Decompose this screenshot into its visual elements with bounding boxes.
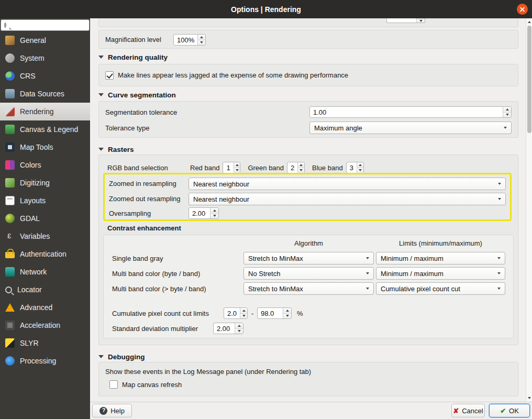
section-curve-segmentation[interactable]: Curve segmentation bbox=[98, 91, 176, 99]
scrollbar-thumb[interactable] bbox=[527, 26, 531, 133]
multi-band-byte-label: Multi band color (byte / band) bbox=[112, 270, 200, 278]
green-band-spinbox[interactable]: 2 bbox=[287, 162, 305, 173]
spin-up-icon[interactable] bbox=[357, 162, 363, 168]
multi-band-byte-algorithm-dropdown[interactable]: No Stretch bbox=[243, 267, 374, 280]
sidebar-item-authentication[interactable]: Authentication bbox=[0, 245, 90, 263]
map-canvas-refresh-checkbox[interactable] bbox=[109, 380, 118, 389]
tolerance-type-dropdown[interactable]: Maximum angle bbox=[309, 122, 512, 134]
collapse-arrow-icon[interactable] bbox=[98, 93, 104, 96]
spin-up-icon[interactable] bbox=[234, 162, 240, 168]
stddev-multiplier-label: Standard deviation multiplier bbox=[112, 325, 198, 333]
settings-search-input[interactable] bbox=[6, 20, 92, 30]
section-rasters[interactable]: Rasters bbox=[98, 145, 134, 153]
sidebar-item-slyr[interactable]: SLYR bbox=[0, 334, 90, 352]
sidebar-item-rendering[interactable]: Rendering bbox=[0, 103, 90, 120]
spinner-buttons[interactable] bbox=[240, 308, 247, 318]
map-tools-icon bbox=[5, 142, 15, 152]
collapse-arrow-icon[interactable] bbox=[98, 148, 104, 151]
sidebar-item-canvas-legend[interactable]: Canvas & Legend bbox=[0, 120, 90, 138]
single-band-gray-algorithm-dropdown[interactable]: Stretch to MinMax bbox=[243, 252, 374, 264]
spin-down-icon[interactable] bbox=[240, 314, 247, 319]
spinner-buttons[interactable] bbox=[416, 18, 425, 23]
multi-band-gt-byte-limits-dropdown[interactable]: Cumulative pixel count cut bbox=[376, 282, 505, 295]
contrast-enhancement-title: Contrast enhancement bbox=[107, 224, 181, 232]
collapse-arrow-icon[interactable] bbox=[98, 355, 104, 358]
multi-band-byte-limits-dropdown[interactable]: Minimum / maximum bbox=[376, 267, 505, 280]
algorithm-column-header: Algorithm bbox=[243, 239, 374, 247]
help-icon bbox=[99, 407, 107, 415]
spin-down-icon[interactable] bbox=[503, 113, 511, 118]
spin-down-icon[interactable] bbox=[417, 19, 425, 23]
cancel-button[interactable]: Cancel bbox=[451, 404, 485, 417]
segmentation-tolerance-spinbox[interactable]: 1.00 bbox=[309, 106, 512, 118]
spin-down-icon[interactable] bbox=[357, 168, 363, 173]
blue-band-spinbox[interactable]: 3 bbox=[346, 162, 364, 173]
stddev-multiplier-spinbox[interactable]: 2.00 bbox=[213, 323, 243, 334]
spin-down-icon[interactable] bbox=[298, 168, 304, 173]
sidebar-item-acceleration[interactable]: Acceleration bbox=[0, 316, 90, 334]
sidebar-item-locator[interactable]: Locator bbox=[0, 281, 90, 299]
spin-up-icon[interactable] bbox=[235, 323, 243, 329]
close-button[interactable] bbox=[517, 4, 528, 15]
spinner-buttons[interactable] bbox=[234, 162, 240, 173]
spinner-buttons[interactable] bbox=[235, 323, 243, 334]
settings-search-box[interactable] bbox=[1, 19, 90, 31]
spin-down-icon[interactable] bbox=[234, 168, 240, 173]
spin-up-icon[interactable] bbox=[240, 308, 247, 314]
ok-button[interactable]: OK bbox=[489, 404, 530, 417]
sidebar-item-crs[interactable]: CRS bbox=[0, 67, 90, 85]
zoomed-in-resampling-dropdown[interactable]: Nearest neighbour bbox=[189, 178, 506, 190]
magnification-label: Magnification level bbox=[105, 36, 161, 43]
sidebar-item-gdal[interactable]: GDAL bbox=[0, 210, 90, 227]
close-icon bbox=[517, 4, 528, 15]
magnification-spinbox[interactable]: 100% bbox=[173, 34, 206, 46]
spin-up-icon[interactable] bbox=[283, 308, 291, 314]
collapse-arrow-icon[interactable] bbox=[98, 56, 104, 59]
spin-down-icon[interactable] bbox=[283, 314, 291, 319]
sidebar-item-colors[interactable]: Colors bbox=[0, 156, 90, 174]
spinner-buttons[interactable] bbox=[197, 35, 205, 45]
sidebar-item-advanced[interactable]: Advanced bbox=[0, 299, 90, 316]
sidebar-item-digitizing[interactable]: Digitizing bbox=[0, 174, 90, 192]
red-band-spinbox[interactable]: 1 bbox=[223, 162, 240, 173]
sidebar-item-map-tools[interactable]: Map Tools bbox=[0, 138, 90, 156]
spinner-buttons[interactable] bbox=[297, 162, 304, 173]
section-debugging[interactable]: Debugging bbox=[98, 352, 145, 361]
single-band-gray-limits-dropdown[interactable]: Minimum / maximum bbox=[376, 252, 505, 264]
help-button[interactable]: Help bbox=[92, 404, 132, 417]
sidebar-item-layouts[interactable]: Layouts bbox=[0, 192, 90, 210]
rgb-band-selection-row: RGB band selection Red band 1 Green band… bbox=[107, 161, 364, 174]
spin-down-icon[interactable] bbox=[210, 214, 218, 219]
antialias-checkbox[interactable] bbox=[105, 71, 114, 80]
sidebar-item-processing[interactable]: Processing bbox=[0, 352, 90, 370]
cumulative-min-spinbox[interactable]: 2.0 bbox=[224, 307, 248, 319]
spinner-buttons[interactable] bbox=[503, 107, 511, 117]
vertical-scrollbar[interactable] bbox=[526, 18, 532, 402]
cumulative-max-spinbox[interactable]: 98.0 bbox=[257, 307, 292, 319]
digitizing-icon bbox=[5, 178, 15, 188]
window-titlebar[interactable]: Options | Rendering bbox=[0, 0, 532, 18]
sidebar-item-general[interactable]: General bbox=[0, 31, 90, 49]
spin-down-icon[interactable] bbox=[198, 40, 205, 46]
spin-up-icon[interactable] bbox=[503, 107, 511, 113]
sidebar-item-network[interactable]: Network bbox=[0, 263, 90, 281]
rendering-settings-content: Magnification level 100% Rendering quali… bbox=[90, 18, 526, 402]
scrolled-off-spinbox[interactable] bbox=[386, 18, 425, 23]
sidebar-item-data-sources[interactable]: Data Sources bbox=[0, 85, 90, 103]
section-rendering-quality[interactable]: Rendering quality bbox=[98, 53, 168, 61]
sidebar-item-variables[interactable]: Variables bbox=[0, 227, 90, 245]
spinner-buttons[interactable] bbox=[210, 208, 218, 218]
scroll-down-icon[interactable] bbox=[526, 395, 532, 401]
zoomed-out-resampling-dropdown[interactable]: Nearest neighbour bbox=[189, 193, 506, 205]
spin-up-icon[interactable] bbox=[210, 208, 218, 214]
spin-down-icon[interactable] bbox=[235, 329, 243, 334]
window-title: Options | Rendering bbox=[231, 5, 301, 14]
oversampling-spinbox[interactable]: 2.00 bbox=[189, 207, 219, 219]
spin-up-icon[interactable] bbox=[298, 162, 304, 168]
scroll-up-icon[interactable] bbox=[526, 19, 532, 25]
spinner-buttons[interactable] bbox=[283, 308, 291, 318]
sidebar-item-system[interactable]: System bbox=[0, 49, 90, 67]
spinner-buttons[interactable] bbox=[357, 162, 363, 173]
spin-up-icon[interactable] bbox=[198, 35, 205, 40]
multi-band-gt-byte-algorithm-dropdown[interactable]: Stretch to MinMax bbox=[243, 282, 374, 295]
